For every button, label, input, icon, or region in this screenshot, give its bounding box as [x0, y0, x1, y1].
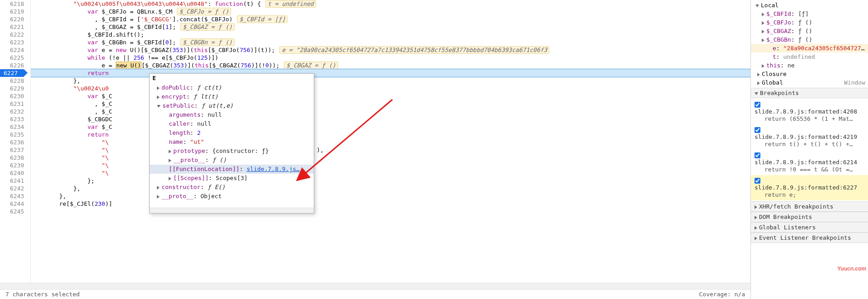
line-number[interactable]: 6234	[0, 123, 24, 131]
code-line[interactable]: var $_CBFJo = QBLnx.$_CM$_CBFJo = ƒ ()	[31, 8, 750, 15]
code-line[interactable]	[31, 208, 750, 215]
code-line[interactable]: return	[31, 69, 750, 77]
breakpoints-header[interactable]: Breakpoints	[751, 88, 868, 98]
line-number[interactable]: 6228	[0, 77, 24, 85]
code-line[interactable]: var $_CBGBn = $_CBFId[0];$_CBGBn = ƒ ()	[31, 38, 750, 46]
event-listener-bp-header[interactable]: Event Listener Breakpoints	[751, 233, 868, 243]
scope-variable[interactable]: this: ne	[751, 61, 868, 70]
xhr-breakpoints-header[interactable]: XHR/fetch Breakpoints	[751, 201, 868, 212]
line-number[interactable]: 6235	[0, 131, 24, 138]
code-line[interactable]: "\	[31, 138, 750, 146]
scope-global[interactable]: GlobalWindow	[751, 78, 868, 87]
line-number[interactable]: 6230	[0, 92, 24, 100]
code-line[interactable]: },	[31, 192, 750, 200]
code-line[interactable]: };	[31, 177, 750, 185]
line-number[interactable]: 6220	[0, 15, 24, 23]
scope-variable[interactable]: t: undefined	[751, 52, 868, 61]
line-number[interactable]: 6237	[0, 146, 24, 154]
line-number[interactable]: 6244	[0, 200, 24, 208]
code-line[interactable]: $_CBFId.shift();	[31, 31, 750, 38]
code-line[interactable]: , $_C	[31, 108, 750, 115]
line-number[interactable]: 6245	[0, 208, 24, 215]
horizontal-scrollbar[interactable]	[0, 283, 750, 289]
property-row[interactable]: doPublic: ƒ ct(t)	[150, 83, 314, 92]
line-number[interactable]: 6222	[0, 31, 24, 38]
code-line[interactable]: return	[31, 131, 750, 138]
scope-local-header[interactable]: Local	[751, 1, 868, 9]
line-number[interactable]: 6243	[0, 192, 24, 200]
line-number[interactable]: 6232	[0, 108, 24, 115]
code-lines[interactable]: "\u0024\u005f\u0043\u0043\u0044\u0048": …	[31, 0, 750, 283]
line-number-gutter[interactable]: 6218621962206221622262236224622562266227…	[0, 0, 31, 283]
property-row[interactable]: length: 2	[150, 128, 314, 138]
property-row[interactable]: __proto__: Object	[150, 192, 314, 201]
breakpoint-checkbox[interactable]	[755, 178, 760, 184]
scope-variable[interactable]: $_CBGBn: ƒ ()	[751, 35, 868, 44]
line-number[interactable]: 6238	[0, 154, 24, 161]
code-line[interactable]: "\	[31, 154, 750, 161]
line-number[interactable]: 6221	[0, 23, 24, 31]
code-line[interactable]: "\	[31, 161, 750, 169]
line-number[interactable]: 6223	[0, 38, 24, 46]
code-line[interactable]: "\u0024\u005f\u0043\u0043\u0044\u0048": …	[31, 0, 750, 8]
breakpoint-checkbox[interactable]	[755, 152, 760, 158]
code-line[interactable]: , $_CBGAZ = $_CBFId[1];$_CBGAZ = ƒ ()	[31, 23, 750, 31]
property-row[interactable]: [[FunctionLocation]]: slide.7.8.9.js…	[150, 165, 314, 174]
global-listeners-header[interactable]: Global Listeners	[751, 222, 868, 233]
line-number[interactable]: 6231	[0, 100, 24, 108]
breakpoint-checkbox[interactable]	[755, 102, 760, 108]
property-row[interactable]: encrypt: ƒ lt(t)	[150, 92, 314, 101]
property-row[interactable]: name: "ut"	[150, 138, 314, 147]
breakpoint-checkbox[interactable]	[755, 127, 760, 133]
property-row[interactable]: setPublic: ƒ ut(t,e)	[150, 101, 314, 110]
line-number[interactable]: 6236	[0, 138, 24, 146]
breakpoint-item[interactable]: slide.7.8.9.js:formatted:4208return (655…	[751, 99, 868, 124]
code-area[interactable]: 6218621962206221622262236224622562266227…	[0, 0, 750, 283]
line-number[interactable]: 6225	[0, 54, 24, 62]
code-line[interactable]: },	[31, 185, 750, 192]
code-line[interactable]: var $_C	[31, 92, 750, 100]
code-line[interactable]: var $_C	[31, 123, 750, 131]
code-line[interactable]: while (!e || 256 !== e[$_CBFJo(125)])	[31, 54, 750, 62]
function-location-link[interactable]: slide.7.8.9.js…	[247, 166, 300, 172]
dom-breakpoints-header[interactable]: DOM Breakpoints	[751, 212, 868, 222]
line-number[interactable]: 6240	[0, 169, 24, 177]
line-number[interactable]: 6239	[0, 161, 24, 169]
line-number[interactable]: 6224	[0, 46, 24, 54]
code-line[interactable]: , $_CBFId = ['$_CBGCG'].concat($_CBFJo)$…	[31, 15, 750, 23]
property-row[interactable]: constructor: ƒ E()	[150, 183, 314, 192]
property-row[interactable]: __proto__: ƒ ()	[150, 156, 314, 165]
property-row[interactable]: arguments: null	[150, 110, 314, 119]
line-number[interactable]: 6242	[0, 185, 24, 192]
code-line[interactable]: , $_C	[31, 100, 750, 108]
code-line[interactable]: "\u0024\u0	[31, 85, 750, 92]
line-number[interactable]: 6227	[0, 69, 24, 77]
code-line[interactable]: var e = new U()[$_CBGAZ(353)](this[$_CBF…	[31, 46, 750, 54]
line-number[interactable]: 6229	[0, 85, 24, 92]
scope-variable[interactable]: $_CBFId: [ƒ]	[751, 9, 868, 18]
breakpoint-item[interactable]: slide.7.8.9.js:formatted:6214return !0 =…	[751, 150, 868, 175]
scope-closure[interactable]: Closure	[751, 70, 868, 78]
property-row[interactable]: caller: null	[150, 119, 314, 128]
code-line[interactable]: $_CBGDC	[31, 115, 750, 123]
line-number[interactable]: 6241	[0, 177, 24, 185]
popup-scrollbar[interactable]	[150, 208, 314, 213]
line-number[interactable]: 6219	[0, 8, 24, 15]
object-preview-popup[interactable]: E doPublic: ƒ ct(t)encrypt: ƒ lt(t)setPu…	[149, 73, 314, 214]
scope-variable[interactable]: $_CBFJo: ƒ ()	[751, 18, 868, 27]
code-line[interactable]: re[$_CJEl(230)]	[31, 200, 750, 208]
code-line[interactable]: },	[31, 77, 750, 85]
line-number[interactable]: 6218	[0, 0, 24, 8]
code-line[interactable]: e = new U()[$_CBGAZ(353)](this[$_CBGAZ(7…	[31, 62, 750, 69]
line-number[interactable]: 6233	[0, 115, 24, 123]
line-number[interactable]: 6226	[0, 62, 24, 69]
property-row[interactable]: [[Scopes]]: Scopes[3]	[150, 174, 314, 183]
scope-variable[interactable]: e: "28a90ca24305cf6504727a…	[751, 44, 868, 52]
popup-body[interactable]: doPublic: ƒ ct(t)encrypt: ƒ lt(t)setPubl…	[150, 82, 314, 208]
breakpoint-item[interactable]: slide.7.8.9.js:formatted:6227return e;	[751, 175, 868, 200]
code-line[interactable]: "\	[31, 169, 750, 177]
breakpoint-item[interactable]: slide.7.8.9.js:formatted:4219return t() …	[751, 124, 868, 150]
property-row[interactable]: prototype: {constructor: ƒ}	[150, 147, 314, 156]
scope-variable[interactable]: $_CBGAZ: ƒ ()	[751, 27, 868, 35]
code-line[interactable]: "\),	[31, 146, 750, 154]
